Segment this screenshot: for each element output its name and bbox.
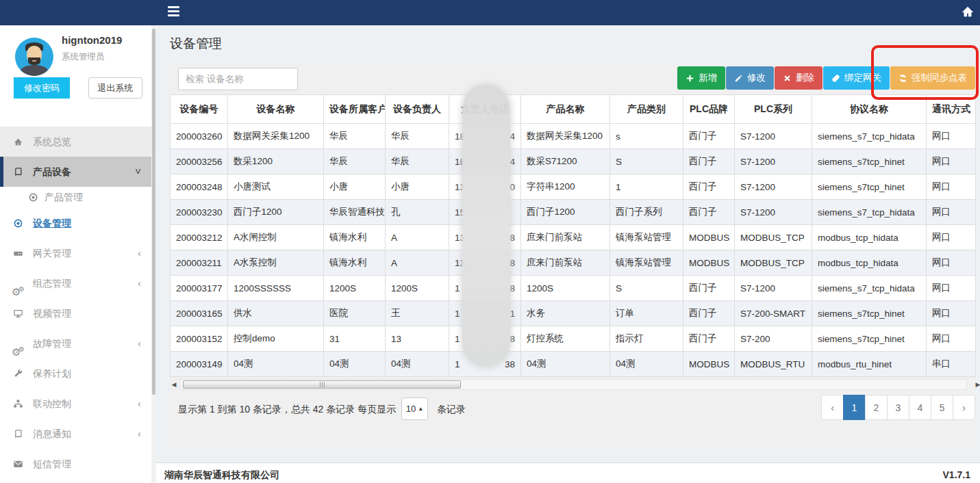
table-row[interactable]: 200003260数据网关采集1200华辰华辰184数据网关采集1200s西门子… (171, 124, 976, 149)
table-cell: 镇海泵站管理 (610, 225, 683, 250)
table-row[interactable]: 200003152控制demo311318灯控系统指示灯西门子S7-200sie… (171, 326, 976, 352)
sidebar-item-config-manage[interactable]: ⚙⚙组态管理‹ (0, 268, 152, 298)
scrollbar-track[interactable] (179, 379, 967, 390)
user-profile: hignton2019 系统管理员 修改密码 退出系统 (0, 25, 156, 101)
sidebar-item-linkage-control[interactable]: 联动控制‹ (0, 389, 152, 419)
pager-page-button[interactable]: 4 (909, 395, 931, 420)
logout-button[interactable]: 退出系统 (88, 77, 142, 99)
table-row[interactable]: 200003230西门子1200华辰智通科技孔15西门子1200西门子系列西门子… (171, 200, 976, 225)
sidebar-item-fault-manage[interactable]: ⚙⚙故障管理‹ (0, 328, 152, 358)
table-cell: 西门子 (683, 301, 735, 326)
table-cell: modbus_tcp_hidata (812, 250, 927, 276)
table-cell: 04测 (386, 352, 449, 377)
table-row[interactable]: 200003212A水闸控制镇海水利A138庶来门前泵站镇海泵站管理MODBUS… (171, 225, 976, 250)
table-cell: 04测 (521, 352, 610, 377)
table-cell: 水务 (521, 301, 610, 326)
table-cell: 小唐 (386, 174, 449, 200)
page-size-dropdown[interactable]: 10 ▲ (401, 397, 428, 420)
sidebar-item-system-overview[interactable]: 系统总览 (0, 127, 152, 157)
table-row[interactable]: 20000314904测04测04测13804测04测MODBUSMODBUS_… (171, 352, 976, 377)
plus-icon (686, 74, 694, 83)
table-cell: 西门子系列 (610, 200, 683, 225)
pager-page-button[interactable]: 5 (931, 395, 953, 420)
table-cell: 西门子 (683, 149, 735, 174)
sidebar-item-maintenance-plan[interactable]: 保养计划 (0, 358, 152, 389)
table-cell: 庶来门前泵站 (521, 225, 610, 250)
table-cell: siemens_s7tcp_hinet (812, 301, 927, 326)
table-cell: 镇海泵站管理 (610, 250, 683, 276)
page-size-value: 10 (406, 404, 416, 414)
sidebar-scrollbar (151, 25, 156, 483)
change-password-button[interactable]: 修改密码 (14, 77, 70, 99)
sidebar-item-message-notify[interactable]: 消息通知‹ (0, 419, 152, 449)
sidebar-item-label: 空间管理 (33, 479, 71, 483)
device-panel: 新增修改删除绑定网关强制同步点表 设备编号设备名称设备所属客户设备负责人负责人电… (170, 64, 975, 449)
home-icon[interactable] (960, 4, 975, 19)
sidebar-item-space-manage[interactable]: 空间管理 (0, 479, 152, 483)
table-cell: 镇海水利 (324, 250, 386, 276)
sidebar-item-product-device[interactable]: 产品设备˅ (0, 157, 152, 187)
table-cell: 数采S71200 (521, 149, 610, 174)
sidebar-item-label: 组态管理 (33, 268, 71, 298)
sidebar-menu: 系统总览产品设备˅产品管理设备管理网关管理‹⚙⚙组态管理‹视频管理⚙⚙故障管理‹… (0, 127, 152, 483)
table-cell: 200003260 (171, 124, 228, 149)
table-cell: 供水 (228, 301, 324, 326)
chevron-left-icon: ‹ (138, 389, 141, 419)
table-cell: siemens_s7tcp_hinet (812, 174, 927, 200)
link-icon (831, 74, 840, 83)
sidebar-item-label: 网关管理 (33, 238, 71, 268)
table-row[interactable]: 2000031771200SSSSSS1200S1200S181200SS西门子… (171, 276, 976, 301)
sidebar-item-label: 产品管理 (45, 187, 83, 208)
force-sync-button[interactable]: 强制同步点表 (890, 66, 975, 90)
dot-circle-icon (28, 187, 42, 208)
table-cell: 200003230 (171, 200, 228, 225)
chevron-left-icon: ‹ (138, 238, 141, 268)
table-row[interactable]: 200003248小唐测试小唐小唐130字符串12001西门子S7-1200si… (171, 174, 976, 200)
pager-prev-button[interactable]: ‹ (821, 395, 844, 420)
table-cell: 数据网关采集1200 (521, 124, 610, 149)
table-cell: 西门子1200 (228, 200, 324, 225)
table-cell: 西门子 (683, 326, 735, 352)
hdd-icon (13, 479, 27, 483)
table-cell: MODBUS (683, 250, 735, 276)
device-table: 设备编号设备名称设备所属客户设备负责人负责人电话产品名称产品类别PLC品牌PLC… (170, 94, 976, 377)
search-input[interactable] (178, 68, 298, 90)
pager-next-button[interactable]: › (953, 395, 975, 420)
scrollbar-thumb[interactable] (183, 380, 461, 389)
sidebar: hignton2019 系统管理员 修改密码 退出系统 系统总览产品设备˅产品管… (0, 25, 156, 483)
table-row[interactable]: 200003256数采1200华辰华辰184数采S71200S西门子S7-120… (171, 149, 976, 174)
table-cell: 小唐测试 (228, 174, 324, 200)
table-cell: S7-1200 (735, 124, 812, 149)
pager-page-button[interactable]: 3 (887, 395, 909, 420)
button-label: 修改 (747, 72, 766, 84)
sidebar-item-gateway-manage[interactable]: 网关管理‹ (0, 238, 152, 268)
user-name: hignton2019 (62, 34, 122, 46)
table-cell: 华辰 (386, 124, 449, 149)
table-cell: A (386, 225, 449, 250)
add-button[interactable]: 新增 (677, 66, 725, 90)
pager-page-button[interactable]: 2 (865, 395, 888, 420)
sidebar-item-product-manage[interactable]: 产品管理 (0, 187, 152, 208)
table-row[interactable]: 200003211A水泵控制镇海水利A138庶来门前泵站镇海泵站管理MODBUS… (171, 250, 976, 276)
footer-version: V1.7.1 (943, 469, 970, 480)
scroll-right-arrow-icon[interactable]: ▶ (974, 380, 980, 389)
table-row[interactable]: 200003165供水医院王11水务订单西门子S7-200-SMARTsieme… (171, 301, 976, 326)
hamburger-menu-icon[interactable] (168, 6, 179, 16)
pager-page-button[interactable]: 1 (843, 395, 866, 420)
column-header: PLC品牌 (683, 95, 735, 124)
table-cell: 200003211 (171, 250, 228, 276)
sidebar-item-sms-manage[interactable]: 短信管理 (0, 449, 152, 479)
scroll-left-arrow-icon[interactable]: ◀ (170, 380, 178, 389)
table-cell: 200003165 (171, 301, 228, 326)
table-cell: 订单 (610, 301, 683, 326)
table-cell: s (610, 124, 683, 149)
bind-gateway-button[interactable]: 绑定网关 (823, 66, 890, 90)
table-cell: 孔 (386, 200, 449, 225)
table-cell: MODBUS_TCP (735, 250, 812, 276)
sidebar-item-device-manage[interactable]: 设备管理 (0, 208, 152, 238)
delete-button[interactable]: 删除 (775, 66, 822, 90)
sidebar-item-video-manage[interactable]: 视频管理 (0, 298, 152, 328)
table-cell: S7-1200 (735, 174, 812, 200)
edit-button[interactable]: 修改 (726, 66, 774, 90)
sidebar-scrollbar-thumb[interactable] (152, 29, 155, 395)
